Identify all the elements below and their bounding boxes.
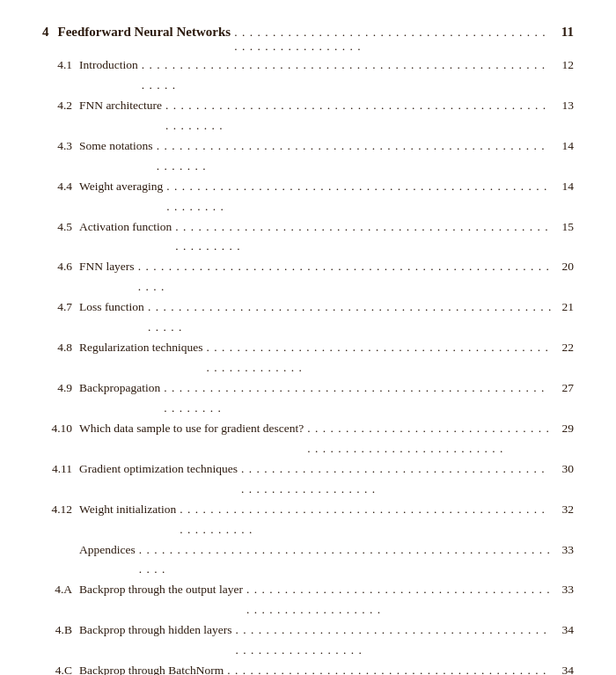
entry-num-4-6: 4.6 [42,257,79,277]
entry-num-4-5: 4.5 [42,217,79,238]
entry-page-4-10: 29 [556,419,574,439]
entry-page-4-6: 20 [556,257,574,277]
chapter-4-num: 4 [42,25,49,40]
entry-num-4-4: 4.4 [42,177,79,197]
entry-num-4-12: 4.12 [42,500,79,520]
toc-entry-4-10: 4.10Which data sample to use for gradien… [42,419,574,459]
entry-label-4-8: Regularization techniques . . . . . . . … [79,338,574,378]
entry-text-4-7: Loss function [79,297,144,318]
chapter-4-section: 4Feedforward Neural Networks . . . . . .… [42,25,574,675]
toc-entry-4-7: 4.7Loss function . . . . . . . . . . . .… [42,297,574,338]
entry-num-4-7: 4.7 [42,297,79,318]
dots: . . . . . . . . . . . . . . . . . . . . … [157,136,553,177]
dots: . . . . . . . . . . . . . . . . . . . . … [138,257,553,297]
appendices-text-label-4: Appendices . . . . . . . . . . . . . . .… [79,540,574,581]
entry-label-4-B: Backprop through hidden layers . . . . .… [79,620,574,661]
entry-label-4-11: Gradient optimization techniques . . . .… [79,459,574,500]
entry-label-4-5: Activation function . . . . . . . . . . … [79,217,574,258]
dots: . . . . . . . . . . . . . . . . . . . . … [175,217,553,258]
entry-text-4-6: FNN layers [79,257,135,277]
entry-label-4-3: Some notations . . . . . . . . . . . . .… [79,136,574,177]
toc-entry-4-4: 4.4Weight averaging . . . . . . . . . . … [42,177,574,217]
entry-label-4-12: Weight initialization . . . . . . . . . … [79,500,574,540]
dots: . . . . . . . . . . . . . . . . . . . . … [139,540,553,581]
toc-entry-4-C: 4.CBackprop through BatchNorm . . . . . … [42,661,574,675]
dots: . . . . . . . . . . . . . . . . . . . . … [246,580,553,620]
entry-num-4-2: 4.2 [42,96,79,116]
entry-label-4-C: Backprop through BatchNorm . . . . . . .… [79,661,574,675]
toc-entry-4-9: 4.9Backpropagation . . . . . . . . . . .… [42,378,574,419]
dots: . . . . . . . . . . . . . . . . . . . . … [165,96,553,136]
entry-num-4-C: 4.C [42,661,79,675]
dots: . . . . . . . . . . . . . . . . . . . . … [227,661,553,675]
entry-num-4-A: 4.A [42,580,79,600]
toc-entry-4-8: 4.8Regularization techniques . . . . . .… [42,338,574,378]
entry-page-4-B: 34 [556,620,574,641]
entry-text-4-8: Regularization techniques [79,338,203,358]
toc-entry-4-2: 4.2FNN architecture . . . . . . . . . . … [42,96,574,136]
entry-label-4-2: FNN architecture . . . . . . . . . . . .… [79,96,574,136]
entry-label-4-9: Backpropagation . . . . . . . . . . . . … [79,378,574,419]
dots: . . . . . . . . . . . . . . . . . . . . … [207,338,553,378]
entry-text-4-1: Introduction [79,55,138,76]
entry-page-4-1: 12 [556,55,574,76]
toc-entry-4-B: 4.BBackprop through hidden layers . . . … [42,620,574,661]
entry-text-4-9: Backpropagation [79,378,160,399]
entry-page-4-3: 14 [556,136,574,157]
entry-page-4-11: 30 [556,459,574,480]
entry-text-4-2: FNN architecture [79,96,162,116]
toc-entry-4-3: 4.3Some notations . . . . . . . . . . . … [42,136,574,177]
entry-text-4-5: Activation function [79,217,172,238]
chapter-4-title-label: Feedforward Neural Networks . . . . . . … [58,25,575,54]
dots: . . . . . . . . . . . . . . . . . . . . … [148,297,553,338]
entry-label-4-A: Backprop through the output layer . . . … [79,580,574,620]
chapter-4-header: 4Feedforward Neural Networks . . . . . .… [42,25,574,54]
entry-page-4-12: 32 [556,500,574,520]
appendices-label-4: Appendices . . . . . . . . . . . . . . .… [42,540,574,581]
entry-page-4-2: 13 [556,96,574,116]
dots: . . . . . . . . . . . . . . . . . . . . … [241,459,553,500]
chapter-4-page: 11 [556,25,574,40]
entry-label-4-7: Loss function . . . . . . . . . . . . . … [79,297,574,338]
entry-text-4-3: Some notations [79,136,153,157]
toc-entry-4-6: 4.6FNN layers . . . . . . . . . . . . . … [42,257,574,297]
entry-page-4-9: 27 [556,378,574,399]
entry-page-4-7: 21 [556,297,574,318]
dots: . . . . . . . . . . . . . . . . . . . . … [164,378,553,419]
entry-num-4-9: 4.9 [42,378,79,399]
entry-page-4-4: 14 [556,177,574,197]
entry-label-4-10: Which data sample to use for gradient de… [79,419,574,459]
entry-text-4-A: Backprop through the output layer [79,580,243,600]
entry-text-4-4: Weight averaging [79,177,163,197]
entry-page-4-A: 33 [556,580,574,600]
entry-num-4-10: 4.10 [42,419,79,439]
dots: . . . . . . . . . . . . . . . . . . . . … [142,55,553,96]
entry-text-4-C: Backprop through BatchNorm [79,661,224,675]
entry-page-4-8: 22 [556,338,574,358]
toc-entry-4-12: 4.12Weight initialization . . . . . . . … [42,500,574,540]
dots: . . . . . . . . . . . . . . . . . . . . … [307,419,553,459]
entry-num-4-B: 4.B [42,620,79,641]
toc-entry-4-A: 4.ABackprop through the output layer . .… [42,580,574,620]
toc-entry-4-11: 4.11Gradient optimization techniques . .… [42,459,574,500]
entry-label-4-4: Weight averaging . . . . . . . . . . . .… [79,177,574,217]
entry-text-4-12: Weight initialization [79,500,176,520]
entry-num-4-11: 4.11 [42,459,79,480]
dots: . . . . . . . . . . . . . . . . . . . . … [166,177,553,217]
entry-num-4-8: 4.8 [42,338,79,358]
toc-entry-4-5: 4.5Activation function . . . . . . . . .… [42,217,574,258]
toc-container: 4Feedforward Neural Networks . . . . . .… [42,25,574,675]
entry-page-4-C: 34 [556,661,574,675]
chapter-4-title: Feedforward Neural Networks [58,25,231,40]
entry-label-4-1: Introduction . . . . . . . . . . . . . .… [79,55,574,96]
entry-text-4-B: Backprop through hidden layers [79,620,232,641]
dots: . . . . . . . . . . . . . . . . . . . . … [180,500,553,540]
entry-text-4-10: Which data sample to use for gradient de… [79,419,304,439]
dots: . . . . . . . . . . . . . . . . . . . . … [234,26,553,54]
entry-num-4-1: 4.1 [42,55,79,76]
entry-page-4-5: 15 [556,217,574,238]
entry-label-4-6: FNN layers . . . . . . . . . . . . . . .… [79,257,574,297]
entry-num-4-3: 4.3 [42,136,79,157]
entry-text-4-11: Gradient optimization techniques [79,459,238,480]
appendices-page-4: 33 [556,540,574,561]
